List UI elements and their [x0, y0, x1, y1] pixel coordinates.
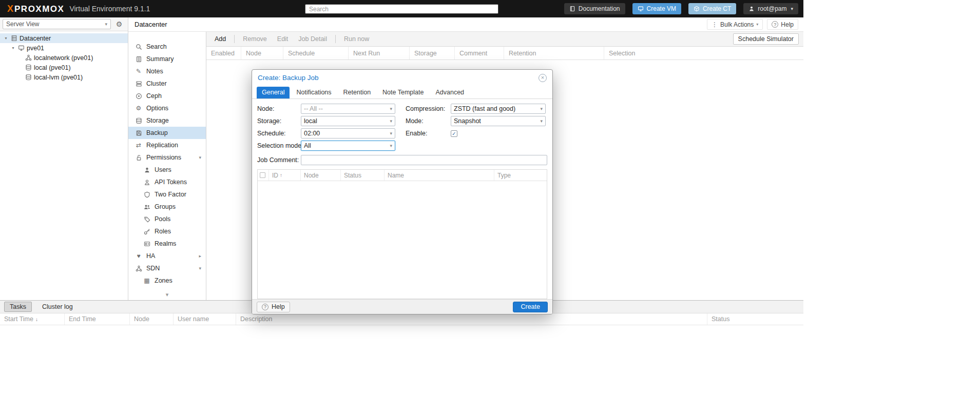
- menu-item-realms[interactable]: Realms: [128, 238, 206, 250]
- column-header-status[interactable]: Status: [707, 313, 803, 325]
- tab-retention[interactable]: Retention: [338, 87, 376, 98]
- menu-item-search[interactable]: Search: [128, 41, 206, 53]
- menu-item-two-factor[interactable]: Two Factor: [128, 188, 206, 201]
- help-button[interactable]: ? Help: [767, 19, 798, 30]
- menu-item-permissions[interactable]: Permissions ▾: [128, 151, 206, 164]
- menu-item-storage[interactable]: Storage: [128, 114, 206, 127]
- sort-desc-icon: ↓: [35, 317, 38, 322]
- menu-item-groups[interactable]: Groups: [128, 201, 206, 213]
- menu-item-options[interactable]: ⚙ Options: [128, 102, 206, 114]
- bulk-actions-button[interactable]: ⋮ Bulk Actions ▾: [707, 19, 763, 30]
- mode-select[interactable]: Snapshot ▾: [451, 116, 546, 126]
- menu-item-summary[interactable]: Summary: [128, 53, 206, 65]
- expander-icon[interactable]: ▾: [10, 46, 16, 50]
- dialog-help-button[interactable]: ? Help: [257, 302, 290, 312]
- tree-item-local[interactable]: local (pve01): [0, 63, 128, 72]
- documentation-button[interactable]: Documentation: [564, 3, 625, 14]
- tab-advanced[interactable]: Advanced: [430, 87, 469, 98]
- job-detail-button[interactable]: Job Detail: [294, 33, 332, 45]
- create-button[interactable]: Create: [513, 302, 548, 312]
- compression-select[interactable]: ZSTD (fast and good) ▾: [451, 104, 546, 114]
- tree-item-local-lvm[interactable]: local-lvm (pve01): [0, 72, 128, 82]
- add-button[interactable]: Add: [210, 33, 230, 45]
- column-header-user-name[interactable]: User name: [174, 313, 236, 325]
- storage-label: Storage:: [257, 117, 301, 125]
- tree-item-label: localnetwork (pve01): [34, 54, 93, 62]
- column-header-description[interactable]: Description: [236, 313, 707, 325]
- menu-item-pools[interactable]: Pools: [128, 213, 206, 225]
- storage-select[interactable]: local ▾: [301, 116, 395, 126]
- column-header-node[interactable]: Node: [241, 47, 283, 60]
- menu-item-backup[interactable]: Backup: [128, 127, 206, 139]
- menu-item-roles[interactable]: Roles: [128, 225, 206, 238]
- create-vm-button[interactable]: Create VM: [632, 3, 681, 14]
- create-vm-label: Create VM: [647, 5, 676, 12]
- edit-button[interactable]: Edit: [273, 33, 293, 45]
- column-header-type[interactable]: Type: [494, 170, 547, 181]
- column-header-schedule[interactable]: Schedule: [283, 47, 349, 60]
- column-header-selection[interactable]: Selection: [604, 47, 803, 60]
- documentation-label: Documentation: [579, 5, 620, 12]
- help-label: Help: [781, 21, 794, 28]
- global-search-input[interactable]: [305, 4, 498, 14]
- column-header-start-time[interactable]: Start Time ↓: [0, 313, 65, 325]
- tab-note-template[interactable]: Note Template: [377, 87, 429, 98]
- close-button[interactable]: ×: [539, 74, 547, 82]
- column-header-node[interactable]: Node: [130, 313, 174, 325]
- create-ct-button[interactable]: Create CT: [688, 3, 736, 14]
- menu-item-sdn[interactable]: SDN ▾: [128, 262, 206, 274]
- tab-notifications[interactable]: Notifications: [291, 87, 336, 98]
- enable-checkbox[interactable]: ✓: [451, 130, 457, 137]
- tree-settings-button[interactable]: ⚙: [113, 19, 125, 29]
- column-header-id[interactable]: ID ↑: [269, 170, 301, 181]
- column-header-status[interactable]: Status: [341, 170, 385, 181]
- menu-item-users[interactable]: Users: [128, 164, 206, 176]
- column-header-storage[interactable]: Storage: [410, 47, 455, 60]
- column-header-retention[interactable]: Retention: [504, 47, 604, 60]
- menu-item-label: Search: [146, 43, 167, 50]
- job-comment-input[interactable]: [301, 155, 547, 165]
- ceph-icon: [135, 93, 142, 100]
- expander-icon[interactable]: ▾: [3, 36, 9, 41]
- run-now-button[interactable]: Run now: [339, 33, 374, 45]
- column-header-node[interactable]: Node: [301, 170, 341, 181]
- node-select[interactable]: -- All -- ▾: [301, 104, 395, 114]
- tree-item-localnetwork[interactable]: localnetwork (pve01): [0, 53, 128, 63]
- schedule-simulator-button[interactable]: Schedule Simulator: [733, 33, 799, 45]
- schedule-select[interactable]: 02:00 ▾: [301, 128, 395, 139]
- view-selector[interactable]: Server View ▾: [3, 19, 111, 29]
- guest-grid-header: ID ↑ Node Status Name Type: [258, 170, 547, 181]
- menu-item-replication[interactable]: ⇄ Replication: [128, 139, 206, 151]
- tab-cluster-log[interactable]: Cluster log: [38, 302, 77, 311]
- column-header-next-run[interactable]: Next Run: [349, 47, 410, 60]
- chevron-down-icon[interactable]: ▾: [199, 266, 201, 271]
- menu-item-notes[interactable]: ✎ Notes: [128, 65, 206, 77]
- menu-item-cluster[interactable]: Cluster: [128, 77, 206, 90]
- view-selector-label: Server View: [6, 21, 39, 28]
- menu-item-ha[interactable]: ♥ HA ▸: [128, 250, 206, 262]
- column-header-enabled[interactable]: Enabled: [206, 47, 241, 60]
- column-header-end-time[interactable]: End Time: [65, 313, 130, 325]
- app-header: X PROXMOX Virtual Environment 9.1.1 Docu…: [0, 0, 803, 17]
- menu-scroll-down-icon[interactable]: ▾: [128, 291, 206, 298]
- selection-mode-select[interactable]: All ▾: [301, 141, 395, 151]
- menu-item-zones[interactable]: ▦ Zones: [128, 274, 206, 287]
- remove-button[interactable]: Remove: [238, 33, 272, 45]
- mode-label: Mode:: [406, 117, 451, 125]
- column-header-comment[interactable]: Comment: [455, 47, 504, 60]
- tree-item-datacenter[interactable]: ▾ Datacenter: [0, 33, 128, 43]
- tab-general[interactable]: General: [257, 87, 290, 98]
- chevron-down-icon[interactable]: ▾: [199, 155, 201, 160]
- menu-item-api-tokens[interactable]: API Tokens: [128, 176, 206, 188]
- column-header-name[interactable]: Name: [385, 170, 494, 181]
- tab-tasks[interactable]: Tasks: [4, 302, 32, 312]
- chevron-right-icon[interactable]: ▸: [199, 253, 201, 259]
- tasks-grid-body: [0, 325, 803, 395]
- menu-item-ceph[interactable]: Ceph: [128, 90, 206, 102]
- user-menu-button[interactable]: root@pam ▾: [743, 3, 798, 14]
- menu-item-label: Roles: [155, 228, 171, 235]
- groups-icon: [143, 204, 150, 210]
- tree-item-pve01[interactable]: ▾ pve01: [0, 43, 128, 53]
- select-all-checkbox[interactable]: [260, 172, 265, 178]
- tree-view-bar: Server View ▾ ⚙: [0, 17, 128, 31]
